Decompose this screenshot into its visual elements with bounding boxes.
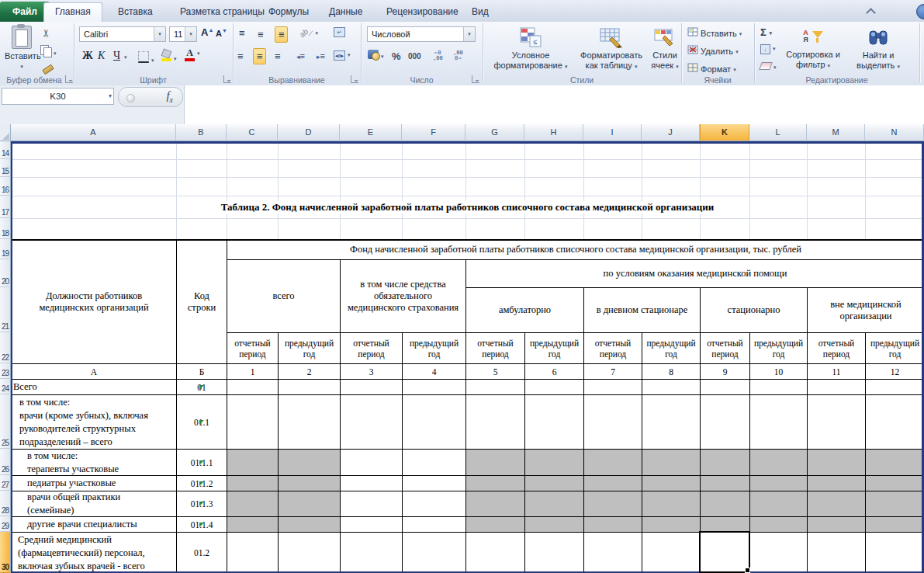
cell-J30[interactable] (642, 532, 701, 573)
cell-K22-header[interactable]: отчетный период (700, 332, 750, 364)
merge-center-button[interactable]: ◂a▸ ▾ (334, 50, 351, 61)
cell-F29[interactable] (402, 516, 466, 533)
row-header-28[interactable]: 28 (0, 491, 11, 516)
chevron-down-icon[interactable]: ▾ (185, 27, 196, 41)
cell-N22-header[interactable]: предыдущий год (865, 332, 924, 364)
cell-N28[interactable] (865, 491, 924, 517)
cell-G28[interactable] (465, 491, 525, 517)
borders-button[interactable]: ▾ (138, 51, 154, 64)
font-size-combo[interactable]: 11▾ (169, 26, 197, 42)
cell-N24[interactable] (865, 379, 924, 395)
cell-ambulatory-header[interactable]: амбулаторно (465, 287, 584, 333)
cell-F24[interactable] (402, 379, 466, 395)
align-right-button[interactable]: ≡ (275, 51, 280, 61)
percent-style-button[interactable]: % (392, 50, 401, 62)
cell-K27[interactable] (700, 475, 750, 491)
row-header-30[interactable]: 30 (0, 532, 11, 573)
cell-I25[interactable] (583, 394, 642, 450)
chevron-down-icon[interactable]: ▾ (154, 27, 165, 41)
cell-L26[interactable] (749, 449, 808, 476)
cell-A19-header[interactable]: Должности работников медицинских организ… (11, 239, 177, 364)
cell-K28[interactable] (700, 491, 750, 517)
bold-button[interactable]: Ж (82, 50, 93, 62)
cell-J26[interactable] (642, 449, 701, 476)
cell-B30[interactable]: 01.2 (176, 532, 227, 573)
cell-H29[interactable] (524, 516, 584, 533)
cell-E27[interactable] (340, 475, 403, 491)
delete-cells-button[interactable]: Удалить ▾ (687, 45, 739, 56)
cell-B28[interactable]: 01.1.3 (176, 491, 227, 517)
cell-H24[interactable] (524, 379, 584, 395)
cell-F25[interactable] (402, 394, 466, 450)
cell-E22-header[interactable]: отчетный период (340, 332, 403, 364)
cell-inpatient-header[interactable]: стационарно (700, 287, 808, 333)
column-header-A[interactable]: A (11, 124, 176, 141)
cell-G22-header[interactable]: отчетный период (465, 332, 525, 364)
underline-button[interactable]: Ч (113, 50, 120, 62)
cell-M30[interactable] (807, 532, 866, 573)
row-header-20[interactable]: 20 (0, 259, 11, 287)
cell-B19-header[interactable]: Код строки (176, 239, 227, 364)
cell-numbering-6[interactable]: 6 (524, 363, 584, 380)
cell-A25[interactable]: в том числе: врачи (кроме зубных), включ… (11, 394, 177, 450)
format-as-table-button[interactable]: Форматировать как таблицу ▾ (576, 26, 647, 71)
cell-C30[interactable] (227, 532, 279, 573)
cell-I27[interactable] (583, 475, 642, 491)
cell-numbering-2[interactable]: 2 (278, 363, 341, 380)
cell-F26[interactable] (402, 449, 466, 476)
font-color-button[interactable]: А ▾ (185, 48, 200, 61)
cell-numbering-7[interactable]: 7 (583, 363, 642, 380)
cell-A26[interactable]: в том числе: терапевты участковые (11, 449, 177, 476)
tab-home[interactable]: Главная (43, 2, 102, 23)
cell-F30[interactable] (402, 532, 466, 573)
shrink-font-button[interactable]: А▼ (216, 28, 227, 38)
cell-numbering-4[interactable]: 4 (402, 363, 466, 380)
help-icon[interactable] (916, 4, 924, 19)
cell-L28[interactable] (749, 491, 808, 517)
number-dialog-launcher-icon[interactable] (472, 75, 479, 83)
cell-L27[interactable] (749, 475, 808, 491)
align-top-button[interactable]: ≡ (239, 28, 244, 38)
cell-J24[interactable] (642, 379, 701, 395)
column-header-C[interactable]: C (227, 124, 278, 141)
row-header-26[interactable]: 26 (0, 449, 11, 475)
cell-I30[interactable] (583, 532, 642, 573)
file-tab[interactable]: Файл (0, 2, 50, 22)
cell-A27[interactable]: педиатры участковые (11, 475, 177, 491)
cell-M24[interactable] (807, 379, 866, 395)
tab-formulas[interactable]: Формулы (258, 2, 320, 22)
cell-E29[interactable] (340, 516, 403, 533)
cell-C28[interactable] (227, 491, 279, 517)
tab-review[interactable]: Рецензирование (375, 2, 469, 22)
row-header-17[interactable]: 17 (0, 196, 11, 218)
cell-J29[interactable] (642, 516, 701, 533)
cell-M27[interactable] (807, 475, 866, 491)
cell-numbering-А[interactable]: А (11, 363, 177, 380)
cell-L29[interactable] (749, 516, 808, 533)
cell-B25[interactable]: 01.1 (176, 394, 227, 450)
row-header-23[interactable]: 23 (0, 363, 11, 379)
cell-numbering-12[interactable]: 12 (865, 363, 924, 380)
cell-I24[interactable] (583, 379, 642, 395)
cell-G29[interactable] (465, 516, 525, 533)
column-header-I[interactable]: I (583, 124, 642, 141)
increase-indent-button[interactable]: ▸≡ (317, 51, 324, 61)
column-header-N[interactable]: N (865, 124, 924, 141)
column-header-G[interactable]: G (465, 124, 524, 141)
cell-G25[interactable] (465, 394, 525, 450)
increase-decimal-button[interactable]: ←0,00 (433, 50, 443, 61)
cell-oms-header[interactable]: в том числе средства обязательного медиц… (340, 259, 466, 333)
decrease-indent-button[interactable]: ◂≡ (296, 51, 304, 61)
cell-numbering-1[interactable]: 1 (227, 363, 279, 380)
cell-N25[interactable] (865, 394, 924, 450)
cell-H27[interactable] (524, 475, 584, 491)
underline-dropdown-icon[interactable]: ▾ (124, 54, 127, 61)
cell-B26[interactable]: 01.1.1 (176, 449, 227, 476)
cell-E25[interactable] (340, 394, 403, 450)
cell-J27[interactable] (642, 475, 701, 491)
cell-L25[interactable] (749, 394, 808, 450)
cell-I22-header[interactable]: отчетный период (583, 332, 642, 364)
cell-H25[interactable] (524, 394, 584, 450)
cell-B27[interactable]: 01.1.2 (176, 475, 227, 491)
row-header-25[interactable]: 25 (0, 394, 11, 449)
